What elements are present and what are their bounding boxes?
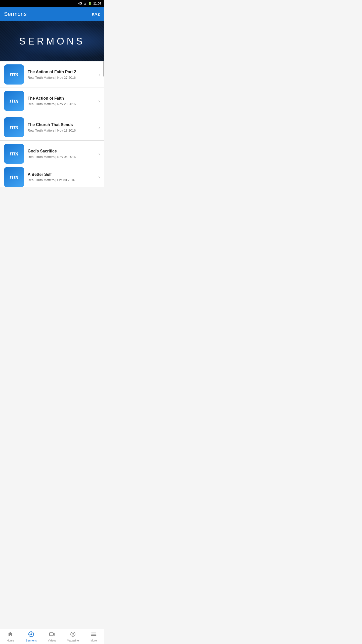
rtm-logo: rtm — [10, 98, 18, 104]
status-icons: 4G ▲ 🔋 11:06 — [78, 2, 101, 5]
sermon-item[interactable]: rtm A Better Self Real Truth Matters | O… — [0, 167, 104, 187]
sermon-meta: Real Truth Matters | Nov 13 2016 — [28, 129, 96, 132]
sermon-title: God's Sacrifice — [28, 149, 96, 154]
chevron-right-icon: › — [98, 98, 100, 104]
sermon-meta: Real Truth Matters | Oct 30 2016 — [28, 178, 96, 182]
page-title: Sermons — [4, 11, 27, 17]
signal-icon: ▲ — [83, 2, 86, 5]
sermon-info: The Church That Sends Real Truth Matters… — [28, 122, 96, 132]
sermon-item[interactable]: rtm The Action of Faith Part 2 Real Trut… — [0, 61, 104, 88]
sermons-banner: SERMONS — [0, 21, 104, 61]
sermon-thumbnail: rtm — [4, 91, 24, 111]
status-bar: 4G ▲ 🔋 11:06 — [0, 0, 104, 7]
sermon-meta: Real Truth Matters | Nov 06 2016 — [28, 155, 96, 159]
rtm-logo: rtm — [10, 151, 18, 156]
rtm-logo: rtm — [10, 174, 18, 180]
chevron-right-icon: › — [98, 125, 100, 130]
sermon-title: The Action of Faith — [28, 96, 96, 101]
sermon-meta: Real Truth Matters | Nov 20 2016 — [28, 102, 96, 106]
chevron-right-icon: › — [98, 151, 100, 157]
app-header: Sermons a>z — [0, 7, 104, 21]
scroll-indicator — [103, 61, 104, 76]
rtm-logo: rtm — [10, 72, 18, 77]
sermon-title: A Better Self — [28, 172, 96, 177]
sermon-title: The Action of Faith Part 2 — [28, 69, 96, 75]
sermon-info: The Action of Faith Part 2 Real Truth Ma… — [28, 69, 96, 79]
sermon-meta: Real Truth Matters | Nov 27 2016 — [28, 76, 96, 79]
banner-title: SERMONS — [19, 36, 85, 47]
sermon-info: A Better Self Real Truth Matters | Oct 3… — [28, 172, 96, 182]
sermon-list: rtm The Action of Faith Part 2 Real Trut… — [0, 61, 104, 187]
sermon-item[interactable]: rtm The Church That Sends Real Truth Mat… — [0, 114, 104, 141]
sermon-item[interactable]: rtm The Action of Faith Real Truth Matte… — [0, 88, 104, 114]
sermon-item[interactable]: rtm God's Sacrifice Real Truth Matters |… — [0, 141, 104, 167]
battery-icon: 🔋 — [88, 2, 92, 5]
sermon-title: The Church That Sends — [28, 122, 96, 128]
sort-az-button[interactable]: a>z — [92, 12, 100, 17]
rtm-logo: rtm — [10, 125, 18, 130]
sermon-info: God's Sacrifice Real Truth Matters | Nov… — [28, 149, 96, 159]
clock: 11:06 — [93, 2, 101, 5]
chevron-right-icon: › — [98, 72, 100, 77]
network-indicator: 4G — [78, 2, 82, 5]
main-content: SERMONS rtm The Action of Faith Part 2 R… — [0, 21, 104, 202]
sermon-info: The Action of Faith Real Truth Matters |… — [28, 96, 96, 106]
sermon-thumbnail: rtm — [4, 117, 24, 137]
chevron-right-icon: › — [98, 174, 100, 180]
sermon-thumbnail: rtm — [4, 64, 24, 85]
sermon-thumbnail: rtm — [4, 167, 24, 187]
sermon-thumbnail: rtm — [4, 144, 24, 164]
